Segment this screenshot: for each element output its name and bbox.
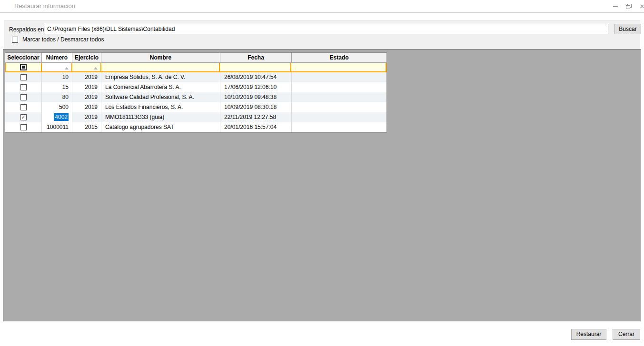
backup-path-panel: Respaldos en Buscar Marcar todos / Desma… <box>4 20 640 49</box>
row-ejercicio-cell[interactable]: 2019 <box>72 112 101 122</box>
row-estado-cell[interactable] <box>292 112 386 122</box>
row-nombre-cell[interactable]: Catálogo agrupadores SAT <box>101 122 220 132</box>
row-estado-cell[interactable] <box>292 82 386 92</box>
row-checkbox[interactable] <box>20 74 27 80</box>
row-checkbox[interactable] <box>20 84 27 90</box>
row-fecha-cell[interactable]: 20/01/2016 15:57:04 <box>220 122 292 132</box>
column-header-estado[interactable]: Estado <box>292 53 386 62</box>
restore-icon <box>626 4 632 9</box>
row-ejercicio-cell[interactable]: 2015 <box>72 122 101 132</box>
row-numero-cell[interactable]: 500 <box>42 102 72 112</box>
row-estado-cell[interactable] <box>292 102 386 112</box>
row-fecha-cell[interactable]: 17/06/2019 12:06:10 <box>220 82 292 92</box>
table-row[interactable]: 102019Empresa Solidus, S. A. de C. V.26/… <box>5 72 386 82</box>
row-numero-cell[interactable]: 10 <box>42 72 72 82</box>
row-nombre-cell[interactable]: Los Estados Financieros, S. A. <box>101 102 220 112</box>
close-button-titlebar[interactable]: ✕ <box>635 0 644 12</box>
column-header-fecha[interactable]: Fecha <box>220 53 292 62</box>
path-label: Respaldos en <box>9 26 44 33</box>
ejercicio-sort-icon <box>94 67 98 69</box>
numero-text: 500 <box>59 104 69 110</box>
column-header-nombre[interactable]: Nombre <box>101 53 220 62</box>
row-checkbox[interactable] <box>20 114 27 120</box>
numero-text: 1000011 <box>47 124 69 130</box>
filter-row <box>5 63 386 72</box>
row-fecha-cell[interactable]: 10/09/2019 08:30:18 <box>220 102 292 112</box>
row-fecha-cell[interactable]: 10/10/2019 09:48:38 <box>220 92 292 102</box>
column-header-seleccionar[interactable]: Seleccionar <box>5 53 42 62</box>
row-select-cell[interactable] <box>5 82 42 92</box>
numero-sort-icon <box>65 67 69 69</box>
row-select-cell[interactable] <box>5 122 42 132</box>
row-fecha-cell[interactable]: 26/08/2019 10:47:54 <box>220 72 292 82</box>
row-select-cell[interactable] <box>5 72 42 82</box>
row-ejercicio-cell[interactable]: 2019 <box>72 72 101 82</box>
row-checkbox[interactable] <box>20 104 27 110</box>
row-estado-cell[interactable] <box>292 72 386 82</box>
row-nombre-cell[interactable]: MMO181113G33 (guia) <box>101 112 220 122</box>
backups-table: Seleccionar Número Ejercicio Nombre Fech… <box>5 52 387 133</box>
window-title: Restaurar información <box>14 2 75 10</box>
row-select-cell[interactable] <box>5 112 42 122</box>
row-fecha-cell[interactable]: 22/11/2019 12:27:58 <box>220 112 292 122</box>
table-row[interactable]: 5002019Los Estados Financieros, S. A.10/… <box>5 102 386 112</box>
select-all-tristate-checkbox[interactable] <box>20 64 27 70</box>
filter-estado-cell[interactable] <box>291 63 386 71</box>
row-checkbox[interactable] <box>20 124 27 130</box>
restore-button[interactable]: Restaurar <box>571 329 606 340</box>
row-estado-cell[interactable] <box>292 122 386 132</box>
numero-text: 80 <box>62 94 69 100</box>
row-ejercicio-cell[interactable]: 2019 <box>72 92 101 102</box>
row-estado-cell[interactable] <box>292 92 386 102</box>
table-row[interactable]: 40022019MMO181113G33 (guia)22/11/2019 12… <box>5 112 386 122</box>
row-nombre-cell[interactable]: Software Calidad Profesional, S. A. <box>101 92 220 102</box>
row-ejercicio-cell[interactable]: 2019 <box>72 102 101 112</box>
numero-text: 10 <box>62 74 69 80</box>
path-input[interactable] <box>45 24 608 34</box>
numero-selected-text: 4002 <box>54 113 69 121</box>
minimize-icon <box>613 6 618 7</box>
row-numero-cell[interactable]: 80 <box>42 92 72 102</box>
filter-fecha-cell[interactable] <box>220 63 291 71</box>
row-nombre-cell[interactable]: La Comercial Abarrotera S. A. <box>101 82 220 92</box>
mark-all-checkbox[interactable] <box>12 37 18 43</box>
filter-select-all-cell[interactable] <box>6 63 42 71</box>
row-numero-cell[interactable]: 15 <box>42 82 72 92</box>
row-select-cell[interactable] <box>5 92 42 102</box>
mark-all-label: Marcar todos / Desmarcar todos <box>22 36 104 43</box>
tristate-fill-icon <box>22 66 25 69</box>
restore-dialog-window: Restaurar información ✕ Respaldos en Bus… <box>0 0 644 346</box>
filter-numero-cell[interactable] <box>42 63 72 71</box>
column-header-numero[interactable]: Número <box>42 53 72 62</box>
table-header-row: Seleccionar Número Ejercicio Nombre Fech… <box>5 53 386 63</box>
filter-ejercicio-cell[interactable] <box>72 63 101 71</box>
close-icon: ✕ <box>640 3 644 10</box>
row-numero-cell[interactable]: 1000011 <box>42 122 72 132</box>
column-header-ejercicio[interactable]: Ejercicio <box>72 53 101 62</box>
restore-button-titlebar[interactable] <box>622 0 635 12</box>
filter-nombre-cell[interactable] <box>101 63 220 71</box>
table-body: 102019Empresa Solidus, S. A. de C. V.26/… <box>5 72 386 132</box>
minimize-button[interactable] <box>609 0 622 12</box>
search-button[interactable]: Buscar <box>614 24 641 34</box>
close-button[interactable]: Cerrar <box>613 329 640 340</box>
table-row[interactable]: 802019Software Calidad Profesional, S. A… <box>5 92 386 102</box>
row-ejercicio-cell[interactable]: 2019 <box>72 82 101 92</box>
window-controls: ✕ <box>609 0 644 12</box>
table-row[interactable]: 10000112015Catálogo agrupadores SAT20/01… <box>5 122 386 132</box>
row-numero-cell[interactable]: 4002 <box>42 112 72 122</box>
title-bar: Restaurar información ✕ <box>0 0 644 13</box>
numero-text: 15 <box>62 84 69 90</box>
table-row[interactable]: 152019La Comercial Abarrotera S. A.17/06… <box>5 82 386 92</box>
row-checkbox[interactable] <box>20 94 27 100</box>
row-nombre-cell[interactable]: Empresa Solidus, S. A. de C. V. <box>101 72 220 82</box>
workspace-background: Seleccionar Número Ejercicio Nombre Fech… <box>3 49 641 322</box>
row-select-cell[interactable] <box>5 102 42 112</box>
